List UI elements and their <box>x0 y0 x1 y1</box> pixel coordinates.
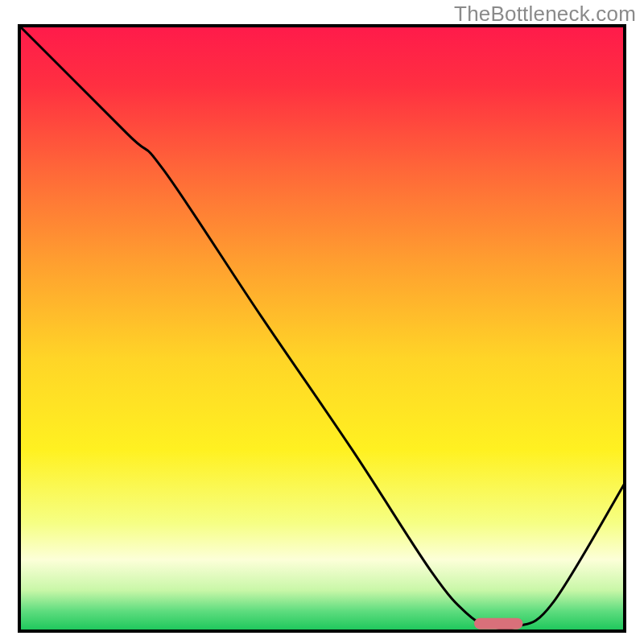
chart-svg <box>18 24 626 633</box>
optimal-range-marker <box>474 618 522 630</box>
chart-stage: TheBottleneck.com <box>0 0 644 644</box>
chart-plot-area <box>18 24 626 633</box>
watermark-text: TheBottleneck.com <box>454 2 636 27</box>
